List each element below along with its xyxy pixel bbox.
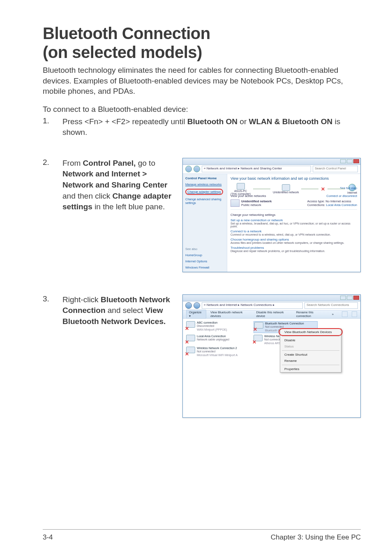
sidebar-internet-options[interactable]: Internet Options <box>185 259 224 263</box>
connections-pane: ✕ ABC connectionDisconnectedWAN Miniport… <box>183 319 360 417</box>
disconnected-x-icon: ✕ <box>185 326 189 331</box>
change-networking-label: Change your networking settings <box>231 213 357 217</box>
maximize-button[interactable] <box>347 159 353 163</box>
screenshot-network-connections: « Network and Internet ▸ Network Connect… <box>182 294 361 418</box>
sidebar-change-adapter[interactable]: Change adapter settings <box>185 189 224 195</box>
disconnected-icon: ✕ <box>321 186 325 192</box>
connection-item[interactable]: ✕ Wireless Network Connection 2Not conne… <box>186 347 250 357</box>
disconnected-x-icon: ✕ <box>185 351 189 357</box>
organize-button[interactable]: Organize ▾ <box>186 310 206 319</box>
sidebar-windows-firewall[interactable]: Windows Firewall <box>185 266 224 269</box>
sidebar-manage-wireless[interactable]: Manage wireless networks <box>185 183 224 186</box>
local-area-connection-link[interactable]: Local Area Connection <box>326 203 357 207</box>
homegroup-sharing[interactable]: Choose homegroup and sharing optionsAcce… <box>231 238 357 244</box>
address-bar: « Network and Internet ▸ Network and Sha… <box>183 165 360 174</box>
help-icon[interactable] <box>352 311 357 317</box>
step-text: From Control Panel, go to Network and In… <box>62 158 178 272</box>
menu-status: Status <box>280 343 341 350</box>
connect-disconnect-link[interactable]: Connect or disconnect <box>326 194 357 198</box>
window-titlebar <box>183 158 360 165</box>
forward-button[interactable] <box>194 166 200 172</box>
back-button[interactable] <box>185 302 192 309</box>
context-menu: View Bluetooth Network Devices Disable S… <box>280 329 341 373</box>
menu-view-bt-devices[interactable]: View Bluetooth Network Devices <box>280 329 341 335</box>
address-field[interactable]: « Network and Internet ▸ Network and Sha… <box>202 166 311 172</box>
sidebar-home[interactable]: Control Panel Home <box>185 176 224 180</box>
sidebar-see-also: See also <box>185 247 224 251</box>
connection-item[interactable]: ✕ Local Area ConnectionNetwork cable unp… <box>186 335 250 345</box>
menu-create-shortcut[interactable]: Create Shortcut <box>280 352 341 358</box>
lead-line: To connect to a Bluetooth-enabled device… <box>43 104 361 115</box>
step-text: Right-click Bluetooth Network Connection… <box>62 294 178 418</box>
step-3: 3. Right-click Bluetooth Network Connect… <box>43 294 361 418</box>
page-number: 3-4 <box>43 533 53 542</box>
title-line-1: Bluetooth Connection <box>43 24 210 42</box>
chapter-label: Chapter 3: Using the Eee PC <box>271 533 361 542</box>
title-line-2: (on selected models) <box>43 43 202 61</box>
view-icon[interactable] <box>342 311 348 317</box>
toolbar-more[interactable]: » <box>332 313 334 316</box>
sidebar-change-advanced[interactable]: Change advanced sharing settings <box>185 197 224 205</box>
close-button[interactable] <box>353 159 359 163</box>
sidebar: Control Panel Home Manage wireless netwo… <box>183 174 227 272</box>
address-field[interactable]: « Network and Internet ▸ Network Connect… <box>202 302 303 309</box>
page-title: Bluetooth Connection (on selected models… <box>43 24 361 62</box>
close-button[interactable] <box>353 296 359 300</box>
search-field[interactable]: Search Control Panel <box>313 166 358 172</box>
network-status-icon <box>231 199 240 207</box>
computer-icon <box>237 183 245 190</box>
toolbar-disable-device[interactable]: Disable this network device <box>256 310 292 318</box>
sidebar-homegroup[interactable]: HomeGroup <box>185 253 224 257</box>
main-title: View your basic network information and … <box>231 176 357 181</box>
disconnected-x-icon: ✕ <box>252 339 256 345</box>
connect-to-network[interactable]: Connect to a networkConnect or reconnect… <box>231 229 357 236</box>
forward-button[interactable] <box>194 302 200 309</box>
screenshot-network-sharing-center: « Network and Internet ▸ Network and Sha… <box>182 158 361 272</box>
intro-paragraph: Bluetooth technology eliminates the need… <box>43 65 361 97</box>
connection-item[interactable]: ✕ ABC connectionDisconnectedWAN Miniport… <box>186 321 250 333</box>
menu-properties[interactable]: Properties <box>280 366 341 372</box>
toolbar-rename-connection[interactable]: Rename this connection <box>296 310 328 318</box>
toolbar: Organize ▾ View Bluetooth network device… <box>183 310 360 319</box>
maximize-button[interactable] <box>347 296 353 300</box>
network-status: Unidentified network Public network Acce… <box>231 199 357 207</box>
window-titlebar <box>183 295 360 301</box>
back-button[interactable] <box>185 166 192 172</box>
setup-new-connection[interactable]: Set up a new connection or networkSet up… <box>231 218 357 228</box>
step-text: Press <Fn> + <F2> repeatedly until Bluet… <box>62 116 361 138</box>
menu-rename[interactable]: Rename <box>280 358 341 364</box>
step-1: 1. Press <Fn> + <F2> repeatedly until Bl… <box>43 116 361 138</box>
active-networks-label: View your active networks Connect or dis… <box>231 194 357 198</box>
step-2: 2. From Control Panel, go to Network and… <box>43 158 361 272</box>
search-field[interactable]: Search Network Connections <box>304 302 358 309</box>
network-icon <box>282 184 290 191</box>
step-number: 2. <box>43 158 62 272</box>
main-pane: View your basic network information and … <box>227 174 360 272</box>
troubleshoot-problems[interactable]: Troubleshoot problemsDiagnose and repair… <box>231 246 357 252</box>
minimize-button[interactable] <box>340 159 346 163</box>
step-number: 3. <box>43 294 62 418</box>
minimize-button[interactable] <box>340 296 346 300</box>
menu-disable[interactable]: Disable <box>280 337 341 343</box>
page-footer: 3-4 Chapter 3: Using the Eee PC <box>43 533 361 542</box>
toolbar-view-bt-devices[interactable]: View Bluetooth network devices <box>210 310 252 318</box>
disconnected-x-icon: ✕ <box>253 326 257 332</box>
step-number: 1. <box>43 116 62 125</box>
address-bar: « Network and Internet ▸ Network Connect… <box>183 301 360 310</box>
network-diagram: ASUS-PC(This computer) Unidentified netw… <box>231 183 357 195</box>
disconnected-x-icon: ✕ <box>185 339 189 345</box>
